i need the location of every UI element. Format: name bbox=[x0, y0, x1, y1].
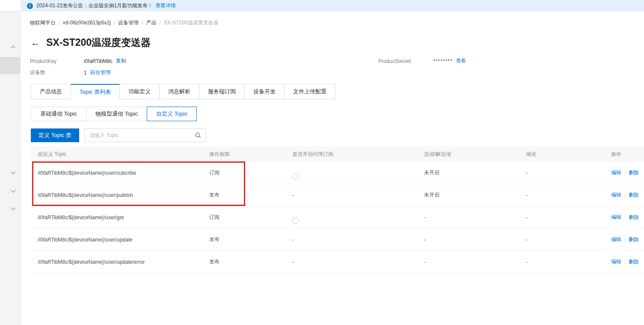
chevron-down-icon[interactable] bbox=[9, 205, 17, 212]
delete-link[interactable]: 删除 bbox=[629, 258, 639, 265]
compression-cell: 未开启 bbox=[424, 169, 526, 176]
search-input[interactable] bbox=[84, 128, 206, 142]
delete-link[interactable]: 删除 bbox=[629, 214, 639, 221]
col-header-compression: 压缩/解压缩 bbox=[424, 151, 526, 158]
edit-link[interactable]: 编辑 bbox=[611, 214, 621, 221]
tab-function-definition[interactable]: 功能定义 bbox=[119, 84, 160, 99]
col-header-topic: 自定义 Topic bbox=[31, 151, 209, 158]
subtab-bar: 基础通信 Topic 物模型通信 Topic 自定义 Topic bbox=[31, 107, 644, 121]
topic-cell: /i0faRTibM8c/${deviceName}/user/update bbox=[31, 237, 209, 243]
view-secret-link[interactable]: 查看 bbox=[456, 57, 466, 65]
tab-topic-list[interactable]: Topic 类列表 bbox=[71, 84, 120, 99]
chevron-up-icon[interactable] bbox=[9, 43, 17, 51]
table-row: /i0faRTibM8c/${deviceName}/user/get 订阅 -… bbox=[31, 206, 644, 229]
compression-cell: - bbox=[424, 259, 526, 265]
page: i 2024-01-22发布公告：企业版实例1月新功能发布！ 查看详情 物联网平… bbox=[0, 0, 644, 325]
info-circle-icon: i bbox=[27, 3, 33, 9]
device-count-value: 1 bbox=[84, 70, 87, 76]
breadcrumb-separator: / bbox=[59, 20, 60, 26]
product-key-row: ProductKey i0faRTibM8c 复制 bbox=[30, 55, 644, 67]
permission-cell: 发布 bbox=[209, 258, 292, 265]
description-cell: - bbox=[526, 259, 611, 265]
tab-device-development[interactable]: 设备开发 bbox=[244, 84, 285, 99]
title-row: ← SX-ST200温湿度变送器 bbox=[31, 36, 644, 49]
tab-file-upload-config[interactable]: 文件上传配置 bbox=[284, 84, 335, 99]
toggle-knob bbox=[292, 173, 299, 179]
breadcrumb-separator: / bbox=[159, 20, 160, 26]
edit-link[interactable]: 编辑 bbox=[611, 258, 621, 265]
toggle-knob bbox=[292, 218, 299, 224]
proxy-subscribe-cell: - bbox=[292, 192, 424, 198]
edit-link[interactable]: 编辑 bbox=[611, 169, 621, 176]
delete-link[interactable]: 删除 bbox=[629, 191, 639, 199]
product-secret-row: ProductSecret ******** 查看 bbox=[378, 55, 466, 67]
back-arrow-icon[interactable]: ← bbox=[31, 38, 40, 48]
proxy-subscribe-cell: - bbox=[292, 259, 424, 265]
main-content: 物联网平台/iot-06z00e2613p5x2j/设备管理/产品/SX-ST2… bbox=[21, 12, 644, 325]
breadcrumb-item[interactable]: 设备管理 bbox=[118, 20, 139, 26]
tab-server-subscription[interactable]: 服务端订阅 bbox=[199, 84, 245, 99]
permission-cell: 发布 bbox=[209, 236, 292, 243]
breadcrumb-item[interactable]: 产品 bbox=[146, 20, 156, 26]
product-secret-value: ******** bbox=[433, 58, 452, 64]
action-divider bbox=[625, 215, 625, 220]
col-header-permission: 操作权限 bbox=[209, 151, 292, 158]
delete-link[interactable]: 删除 bbox=[629, 236, 639, 243]
table-row: /i0faRTibM8c/${deviceName}/user/update 发… bbox=[31, 229, 644, 251]
action-divider bbox=[625, 193, 625, 198]
search-icon[interactable] bbox=[195, 132, 202, 139]
topic-cell: /i0faRTibM8c/${deviceName}/user/get bbox=[31, 215, 209, 221]
col-header-description: 描述 bbox=[526, 151, 611, 158]
table-header-row: 自定义 Topic 操作权限 是否开启代理订阅 压缩/解压缩 描述 操作 bbox=[31, 146, 644, 162]
copy-link[interactable]: 复制 bbox=[116, 57, 126, 65]
permission-cell: 订阅 bbox=[209, 169, 292, 176]
define-topic-button[interactable]: 定义 Topic 类 bbox=[31, 128, 79, 142]
permission-cell: 订阅 bbox=[209, 214, 292, 221]
tab-message-parsing[interactable]: 消息解析 bbox=[159, 84, 199, 99]
topic-cell: /i0faRTibM8c/${deviceName}/user/subcribe bbox=[31, 170, 209, 176]
chevron-down-icon[interactable] bbox=[9, 169, 17, 176]
action-divider bbox=[625, 259, 625, 265]
sidebar-scrollbar-thumb[interactable] bbox=[0, 57, 21, 74]
announcement-text: 2024-01-22发布公告：企业版实例1月新功能发布！ bbox=[36, 2, 153, 9]
product-key-value: i0faRTibM8c bbox=[84, 58, 113, 64]
description-cell: - bbox=[526, 170, 611, 176]
collapsed-sidebar bbox=[0, 0, 21, 325]
product-secret-label: ProductSecret bbox=[378, 58, 433, 64]
announcement-banner: i 2024-01-22发布公告：企业版实例1月新功能发布！ 查看详情 bbox=[21, 0, 644, 12]
table-row: /i0faRTibM8c/${deviceName}/user/subcribe… bbox=[31, 162, 644, 184]
breadcrumb-separator: / bbox=[114, 20, 115, 26]
proxy-subscribe-cell: - bbox=[292, 237, 424, 243]
breadcrumb-item[interactable]: iot-06z00e2613p5x2j bbox=[63, 20, 110, 26]
description-cell: - bbox=[526, 192, 611, 198]
topic-cell: /i0faRTibM8c/${deviceName}/user/publish bbox=[31, 192, 209, 198]
compression-cell: 未开启 bbox=[424, 191, 526, 199]
topic-cell: /i0faRTibM8c/${deviceName}/user/update/e… bbox=[31, 259, 209, 265]
breadcrumb-item[interactable]: 物联网平台 bbox=[30, 20, 56, 26]
manage-devices-link[interactable]: 前往管理 bbox=[90, 69, 111, 76]
compression-cell: - bbox=[424, 237, 526, 243]
tab-bar: 产品信息 Topic 类列表 功能定义 消息解析 服务端订阅 设备开发 文件上传… bbox=[31, 84, 644, 99]
announcement-detail-link[interactable]: 查看详情 bbox=[155, 2, 176, 9]
toolbar: 定义 Topic 类 bbox=[31, 128, 644, 142]
subtab-basic-topic[interactable]: 基础通信 Topic bbox=[31, 107, 86, 121]
breadcrumb-separator: / bbox=[142, 20, 143, 26]
table-row: /i0faRTibM8c/${deviceName}/user/update/e… bbox=[31, 251, 644, 273]
action-divider bbox=[625, 170, 625, 176]
delete-link[interactable]: 删除 bbox=[629, 169, 639, 176]
tab-product-info[interactable]: 产品信息 bbox=[31, 84, 71, 99]
chevron-down-icon[interactable] bbox=[9, 187, 17, 195]
description-cell: - bbox=[526, 237, 611, 243]
breadcrumb: 物联网平台/iot-06z00e2613p5x2j/设备管理/产品/SX-ST2… bbox=[21, 12, 644, 27]
subtab-model-topic[interactable]: 物模型通信 Topic bbox=[86, 107, 147, 121]
col-header-proxy-subscribe: 是否开启代理订阅 bbox=[292, 151, 424, 158]
page-title: SX-ST200温湿度变送器 bbox=[46, 36, 151, 49]
edit-link[interactable]: 编辑 bbox=[611, 236, 621, 243]
table-row: /i0faRTibM8c/${deviceName}/user/publish … bbox=[31, 184, 644, 206]
device-count-row: 设备数 1 前往管理 bbox=[30, 67, 644, 78]
action-divider bbox=[625, 237, 625, 242]
device-count-label: 设备数 bbox=[30, 69, 84, 76]
edit-link[interactable]: 编辑 bbox=[611, 191, 621, 199]
custom-topic-table: 自定义 Topic 操作权限 是否开启代理订阅 压缩/解压缩 描述 操作 /i0… bbox=[31, 146, 644, 273]
subtab-custom-topic[interactable]: 自定义 Topic bbox=[147, 107, 197, 121]
